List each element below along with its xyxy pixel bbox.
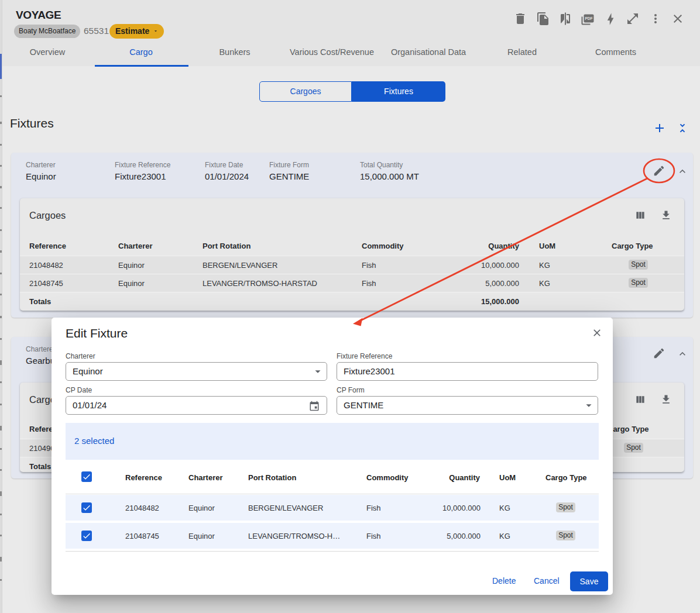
svg-text:PDF: PDF <box>585 16 593 20</box>
